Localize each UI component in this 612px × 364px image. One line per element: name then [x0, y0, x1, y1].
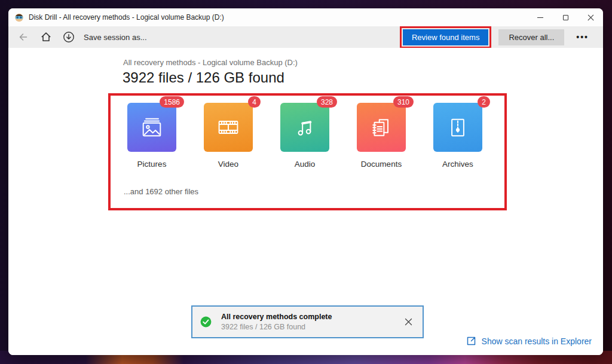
video-count-badge: 4: [248, 96, 261, 108]
show-scan-results-link[interactable]: Show scan results in Explorer: [466, 336, 592, 346]
documents-count-badge: 310: [393, 96, 414, 108]
back-button[interactable]: [14, 28, 32, 46]
recover-all-button[interactable]: Recover all...: [498, 29, 564, 45]
window-title: Disk Drill - All recovery methods - Logi…: [29, 13, 224, 22]
scan-complete-notification: All recovery methods complete 3922 files…: [191, 305, 424, 338]
home-button[interactable]: [37, 28, 55, 46]
video-label: Video: [204, 160, 253, 169]
documents-icon: [368, 114, 394, 140]
save-session-button[interactable]: [60, 28, 78, 46]
disk-drill-logo-icon: [14, 13, 24, 22]
main-content: All recovery methods - Logical volume Ba…: [8, 48, 603, 355]
pictures-label: Pictures: [127, 160, 176, 169]
minimize-icon: [537, 17, 543, 18]
archives-count-badge: 2: [478, 96, 490, 108]
save-session-label[interactable]: Save session as...: [84, 33, 147, 42]
notification-title: All recovery methods complete: [221, 312, 332, 322]
tile-pictures[interactable]: 1586 Pictures: [127, 103, 176, 169]
pictures-count-badge: 1586: [160, 96, 184, 108]
maximize-icon: [563, 15, 568, 20]
archives-label: Archives: [433, 160, 482, 169]
audio-label: Audio: [280, 160, 329, 169]
category-tiles: 1586 Pictures 4: [127, 103, 482, 169]
breadcrumb: All recovery methods - Logical volume Ba…: [123, 58, 298, 67]
close-icon: [587, 14, 594, 21]
audio-icon: [292, 114, 318, 140]
titlebar: Disk Drill - All recovery methods - Logi…: [8, 8, 603, 26]
notification-subtitle: 3922 files / 126 GB found: [221, 322, 332, 332]
archives-icon: [445, 114, 471, 140]
show-scan-results-label: Show scan results in Explorer: [482, 337, 592, 346]
other-files-note: ...and 1692 other files: [124, 187, 198, 196]
close-button[interactable]: [578, 8, 603, 26]
external-link-icon: [466, 336, 476, 346]
back-arrow-icon: [17, 31, 29, 43]
tile-video[interactable]: 4 Video: [204, 103, 253, 169]
page-title: 3922 files / 126 GB found: [123, 69, 284, 86]
annotation-box-review: Review found items: [400, 26, 491, 48]
notification-close-button[interactable]: [402, 316, 415, 328]
home-icon: [40, 31, 52, 43]
maximize-button[interactable]: [553, 8, 578, 26]
download-circle-icon: [63, 31, 75, 43]
video-icon: [215, 114, 241, 140]
review-found-items-button[interactable]: Review found items: [403, 29, 488, 45]
audio-count-badge: 328: [317, 96, 337, 108]
pictures-icon: [139, 114, 165, 140]
success-check-icon: [200, 316, 212, 328]
more-options-button[interactable]: •••: [573, 30, 592, 44]
tile-documents[interactable]: 310 Documents: [357, 103, 406, 169]
toolbar: Save session as... Review found items Re…: [8, 26, 603, 48]
minimize-button[interactable]: [528, 8, 553, 26]
close-x-icon: [405, 318, 412, 326]
tile-audio[interactable]: 328 Audio: [280, 103, 329, 169]
documents-label: Documents: [357, 160, 406, 169]
tile-archives[interactable]: 2 Archives: [433, 103, 482, 169]
disk-drill-window: Disk Drill - All recovery methods - Logi…: [8, 8, 603, 355]
